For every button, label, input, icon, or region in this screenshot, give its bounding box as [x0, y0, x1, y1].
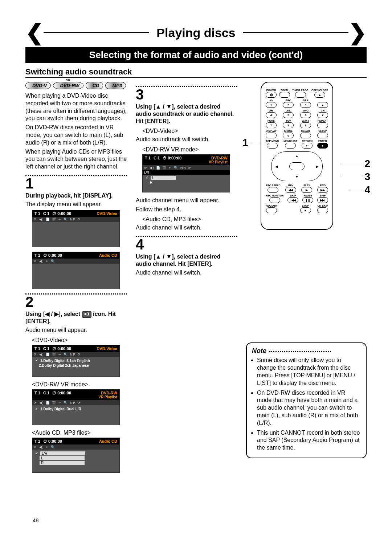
note-box: Note Some discs will only allow you to c… — [246, 342, 367, 458]
intro-p3: When playing Audio CDs or MP3 files you … — [25, 148, 127, 171]
sublabel-audiocd: <Audio CD, MP3 files> — [32, 430, 127, 436]
step-3-body2b: Follow the step 4. — [136, 206, 237, 214]
remote-diagram: POWER⏻ ZOOM TIMER PROG. OPEN/CLOSE▲ ·/!·… — [261, 82, 333, 230]
step-2-num: 2 — [25, 295, 127, 309]
step-4-body: Audio channel will switch. — [136, 269, 237, 277]
note-title: Note — [252, 347, 266, 355]
badge-dvd-v: DVD-V — [25, 82, 51, 89]
step-4-num: 4 — [136, 237, 237, 252]
osd-channel-dvdrw: T 1 C 1 ⏱ 0:00:00 DVD-RW VR Playlist ⟳ ◀… — [142, 154, 230, 192]
step-1-num: 1 — [25, 176, 127, 191]
osd-display-audiocd: T 1 ⏱ 0:00:00 Audio CD ⟳ ◀) ↩ 🔍 — [32, 252, 120, 289]
note-list: Some discs will only allow you to change… — [252, 357, 361, 452]
sublabel-3-dvdrw: <DVD-RW VR mode> — [142, 146, 237, 153]
step-3-body2a: Audio channel menu will appear. — [136, 197, 237, 204]
note-item: This unit CANNOT record in both stereo a… — [257, 429, 361, 452]
subtitle: Selecting the format of audio and video … — [25, 47, 367, 63]
sublabel-3-audiocd: <Audio CD, MP3 files> — [142, 216, 237, 223]
intro-p2: On DVD-RW discs recorded in VR mode, you… — [25, 124, 127, 146]
callout-1: 1 — [242, 137, 248, 149]
step-3-body3: Audio channel will switch. — [136, 224, 237, 232]
page-title: Playing discs — [149, 26, 242, 40]
dpad: ▲ ▼ ◀ ▶ — [271, 151, 323, 181]
sublabel-dvdrw: <DVD-RW VR mode> — [32, 381, 127, 388]
badge-mp3: MP3 — [105, 82, 126, 89]
callout-2: 2 — [364, 158, 370, 170]
osd-audio-audiocd: T 1 ⏱ 0:00:00 Audio CD ⟳ ◀) ↩ 🔍 L/R L R — [32, 438, 120, 473]
title-bar: ❮ Playing discs ❯ — [25, 22, 367, 44]
step-3-body1: Audio soundtrack will switch. — [136, 136, 237, 143]
sublabel-3-dvdvideo: <DVD-Video> — [142, 128, 237, 134]
osd-display-dvdvideo: T 1 C 1 ⏱ 0:00:00 DVD-Video ⟳ ◀) 📄 🎬 ↩ 🔍… — [32, 210, 120, 247]
intro-p1: When playing a DVD-Video disc recorded w… — [25, 92, 127, 122]
step-2-body: Audio menu will appear. — [25, 326, 127, 334]
note-item: Some discs will only allow you to change… — [257, 357, 361, 387]
sublabel-dvdvideo: <DVD-Video> — [32, 337, 127, 344]
step-2-heading: Using [◀ / ▶], select icon. Hit [ENTER]. — [25, 310, 127, 325]
right-bracket-icon: ❯ — [348, 22, 367, 44]
format-badges: DVD-V VR DVD-RW CD MP3 — [25, 82, 127, 89]
badge-dvd-rw: DVD-RW — [53, 82, 83, 89]
osd-audio-dvdvideo: T 1 C 1 ⏱ 0:00:00 DVD-Video ⟳ ◀) 📄 🎬 ↩ 🔍… — [32, 345, 120, 377]
badge-cd: CD — [86, 82, 103, 89]
step-3-heading: Using [▲ / ▼], select a desired audio so… — [136, 103, 237, 125]
section-heading: Switching audio soundtrack — [25, 67, 367, 78]
step-1-heading: During playback, hit [DISPLAY]. — [25, 192, 127, 199]
callout-3: 3 — [364, 171, 370, 183]
note-item: On DVD-RW discs recorded in VR mode that… — [257, 389, 361, 427]
step-4-heading: Using [▲ / ▼], select a desired audio ch… — [136, 253, 237, 268]
step-3-num: 3 — [136, 87, 237, 102]
step-1-body: The display menu will appear. — [25, 201, 127, 208]
callout-4: 4 — [364, 184, 370, 196]
osd-audio-dvdrw: T 1 C 1 ⏱ 0:00:00 DVD-RW VR Playlist ⟳ ◀… — [32, 389, 120, 425]
sound-icon — [82, 311, 91, 318]
page-number: 48 — [33, 517, 39, 523]
left-bracket-icon: ❮ — [25, 22, 44, 44]
